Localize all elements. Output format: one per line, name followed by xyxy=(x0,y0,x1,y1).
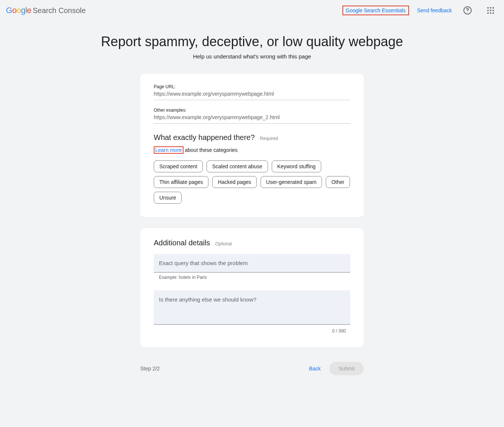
chip-scraped-content[interactable]: Scraped content xyxy=(154,160,203,172)
optional-badge: Optional xyxy=(215,241,232,246)
question-header: What exactly happened there? Required xyxy=(154,133,350,142)
chip-scaled-content-abuse[interactable]: Scaled content abuse xyxy=(207,160,268,172)
help-icon[interactable] xyxy=(460,3,475,18)
svg-point-6 xyxy=(490,10,491,11)
report-card: Page URL: https://www.example.org/verysp… xyxy=(140,74,364,217)
search-essentials-link[interactable]: Google Search Essentials xyxy=(342,6,409,15)
chip-unsure[interactable]: Unsure xyxy=(154,192,182,204)
page-url-field: Page URL: https://www.example.org/verysp… xyxy=(154,84,350,100)
header-right: Google Search Essentials Send feedback xyxy=(342,3,498,18)
learn-more-line: Learn more about these categories xyxy=(154,147,350,153)
app-header: Google Search Console Google Search Esse… xyxy=(0,0,504,21)
apps-icon[interactable] xyxy=(483,3,498,18)
svg-point-3 xyxy=(490,7,491,9)
extra-textarea[interactable] xyxy=(154,290,350,325)
chip-thin-affiliate-pages[interactable]: Thin affiliate pages xyxy=(154,176,208,188)
google-logo: Google xyxy=(6,6,31,15)
other-examples-value: https://www.example.org/veryspammywebpag… xyxy=(154,114,350,124)
details-title: Additional details xyxy=(154,239,210,247)
svg-point-9 xyxy=(490,12,491,14)
svg-point-10 xyxy=(492,12,494,14)
extra-field-group: 0 / 300 xyxy=(154,290,350,334)
page-subtitle: Help us understand what's wrong with thi… xyxy=(84,53,420,60)
other-examples-field: Other examples: https://www.example.org/… xyxy=(154,108,350,124)
action-buttons: Back Submit xyxy=(309,362,364,375)
other-examples-label: Other examples: xyxy=(154,108,350,113)
svg-point-1 xyxy=(467,12,468,13)
query-input[interactable] xyxy=(154,254,350,273)
details-card: Additional details Optional Example: hot… xyxy=(140,228,364,347)
step-indicator: Step 2/2 xyxy=(140,366,160,372)
svg-point-8 xyxy=(487,12,489,14)
submit-button[interactable]: Submit xyxy=(329,362,364,375)
back-button[interactable]: Back xyxy=(309,366,320,372)
page-url-label: Page URL: xyxy=(154,84,350,89)
chip-hacked-pages[interactable]: Hacked pages xyxy=(212,176,257,188)
details-header: Additional details Optional xyxy=(154,239,350,247)
logo: Google Search Console xyxy=(6,6,86,15)
question-title: What exactly happened there? xyxy=(154,133,255,142)
page-url-value: https://www.example.org/veryspammywebpag… xyxy=(154,91,350,100)
category-chips: Scraped content Scaled content abuse Key… xyxy=(154,160,350,204)
learn-more-link[interactable]: Learn more xyxy=(154,146,184,154)
svg-point-7 xyxy=(492,10,494,11)
main-content: Report spammy, deceptive, or low quality… xyxy=(84,21,420,390)
page-title: Report spammy, deceptive, or low quality… xyxy=(84,34,420,50)
chip-keyword-stuffing[interactable]: Keyword stuffing xyxy=(272,160,321,172)
chip-user-generated-spam[interactable]: User-generated spam xyxy=(261,176,322,188)
query-helper: Example: hotels in Paris xyxy=(154,275,350,280)
required-badge: Required xyxy=(260,136,278,141)
svg-point-4 xyxy=(492,7,494,9)
svg-point-5 xyxy=(487,10,489,11)
product-name: Search Console xyxy=(33,6,86,15)
chip-other[interactable]: Other xyxy=(326,176,350,188)
send-feedback-link[interactable]: Send feedback xyxy=(417,7,452,13)
svg-point-2 xyxy=(487,7,489,9)
learn-more-suffix: about these categories xyxy=(184,147,238,153)
query-field-group: Example: hotels in Paris xyxy=(154,254,350,280)
char-count: 0 / 300 xyxy=(154,328,350,334)
footer-actions: Step 2/2 Back Submit xyxy=(140,358,364,390)
